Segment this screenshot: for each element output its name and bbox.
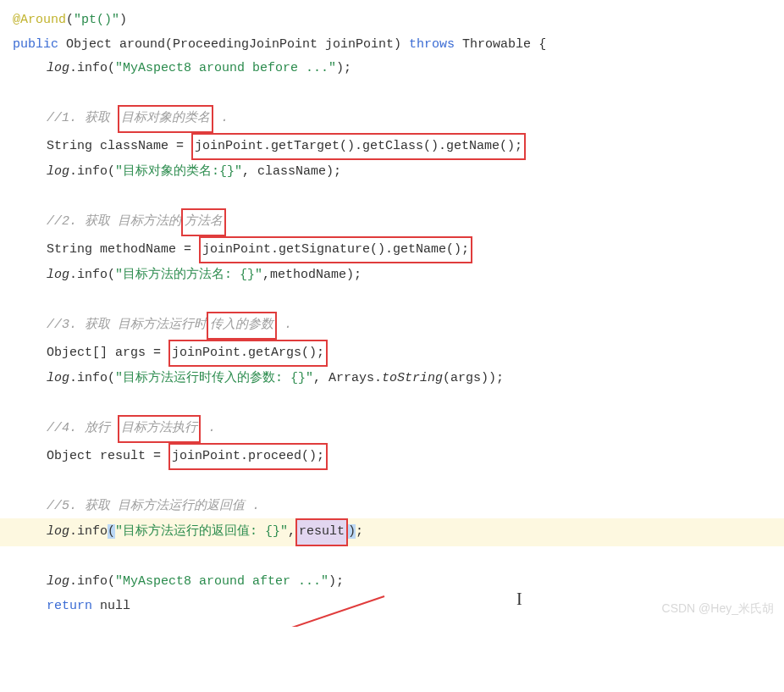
code-line-9: log.info("目标方法的方法名: {}",methodName); bbox=[13, 263, 771, 288]
code-line-11: Object[] args = joinPoint.getArgs(); bbox=[13, 340, 771, 368]
code-line-3: log.info("MyAspect8 around before ..."); bbox=[13, 57, 771, 81]
watermark: CSDN @Hey_米氏胡 bbox=[662, 597, 774, 620]
box-getArgs: joinPoint.getArgs(); bbox=[168, 340, 328, 368]
code-line-18: return null bbox=[13, 595, 771, 619]
box-methodName: 方法名 bbox=[181, 208, 226, 236]
code-line-12: log.info("目标方法运行时传入的参数: {}", Arrays.toSt… bbox=[13, 367, 771, 391]
box-getTarget: joinPoint.getTarget().getClass().getName… bbox=[191, 133, 526, 161]
code-line-5: String className = joinPoint.getTarget()… bbox=[13, 133, 771, 161]
code-line-17: log.info("MyAspect8 around after ..."); bbox=[13, 570, 771, 595]
text-cursor-icon: I bbox=[516, 583, 522, 615]
highlighted-line: log.info("目标方法运行的返回值: {}",result); bbox=[0, 518, 784, 546]
code-line-14: Object result = joinPoint.proceed(); bbox=[13, 443, 771, 471]
box-getSignature: joinPoint.getSignature().getName(); bbox=[199, 236, 472, 264]
box-args: 传入的参数 bbox=[207, 312, 277, 340]
comment-4: //4. 放行 目标方法执行 . bbox=[13, 415, 771, 443]
comment-3: //3. 获取 目标方法运行时传入的参数 . bbox=[13, 312, 771, 340]
box-proceed-comment: 目标方法执行 bbox=[118, 415, 201, 443]
code-line-1: @Around("pt()") bbox=[13, 8, 771, 33]
box-proceed: joinPoint.proceed(); bbox=[168, 443, 328, 471]
box-className: 目标对象的类名 bbox=[118, 105, 213, 133]
box-result: result bbox=[295, 518, 348, 546]
code-line-6: log.info("目标对象的类名:{}", className); bbox=[13, 160, 771, 185]
comment-5: //5. 获取 目标方法运行的返回值 . bbox=[13, 495, 771, 519]
code-line-16: log.info("目标方法运行的返回值: {}",result); bbox=[13, 518, 771, 546]
comment-2: //2. 获取 目标方法的方法名 bbox=[13, 208, 771, 236]
code-line-2: public Object around(ProceedingJoinPoint… bbox=[13, 33, 771, 58]
comment-1: //1. 获取 目标对象的类名 . bbox=[13, 105, 771, 133]
code-line-8: String methodName = joinPoint.getSignatu… bbox=[13, 236, 771, 264]
